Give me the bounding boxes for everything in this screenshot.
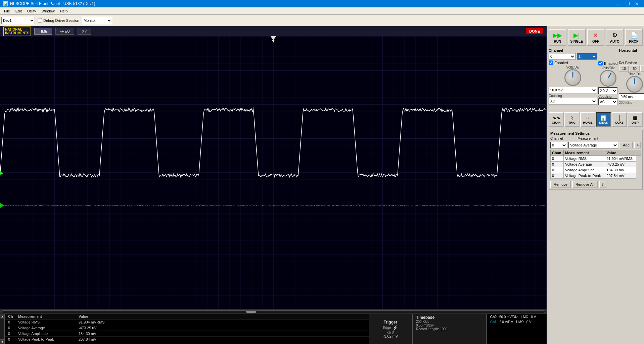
menu-edit[interactable]: Edit: [13, 8, 25, 14]
meas-add-button[interactable]: Add: [619, 142, 633, 148]
col-meas: Measurement: [564, 150, 605, 156]
ch1-voltsdiv-select[interactable]: 2.0 V: [598, 87, 617, 94]
nav-meas[interactable]: 📊 MEAS: [596, 112, 611, 127]
curs-icon: ┼: [618, 115, 621, 121]
maximize-button[interactable]: ❐: [623, 0, 632, 7]
help-button[interactable]: ?: [599, 181, 606, 188]
run-label: RUN: [554, 40, 561, 43]
ch0-voltsdiv-select[interactable]: 50.0 mV: [549, 87, 597, 93]
col-val: Value: [605, 150, 636, 156]
bottom-meas-list: Ch Measurement Value 0 Voltage RMS 91.90…: [5, 314, 369, 344]
ch0-voltsdiv: 50.0 mV/Div: [499, 315, 517, 319]
ref-pos-50[interactable]: 50: [630, 66, 640, 72]
channel-horiz-row: Channel 0 1 Enabled Volts/Div: [549, 48, 643, 105]
ch0-label: Ch0: [490, 315, 497, 319]
prop-button[interactable]: 📄 PROP: [625, 29, 643, 46]
ch1-volts-knob[interactable]: [600, 70, 616, 87]
ref-pos-90[interactable]: 90: [640, 66, 644, 72]
meas-type-select[interactable]: Voltage Average: [568, 142, 618, 148]
ch0-coupling-select[interactable]: AC: [549, 98, 597, 104]
auto-button[interactable]: ⚙ AUTO: [606, 29, 624, 46]
off-icon: ✕: [593, 32, 598, 39]
ch0-enabled-checkbox[interactable]: [549, 60, 553, 65]
time-div-label: Time/Div: [619, 72, 644, 76]
nav-horiz[interactable]: ↔ HORIZ: [580, 112, 595, 127]
menu-help[interactable]: Help: [57, 8, 71, 14]
time-div-knob-container: [619, 76, 644, 93]
done-button[interactable]: DONE: [526, 28, 543, 34]
nav-disp[interactable]: ▦ DISP: [628, 112, 643, 127]
meas-chan-col-label: Channel: [550, 137, 563, 140]
divider1: [549, 108, 643, 108]
debug-checkbox[interactable]: [38, 18, 42, 23]
right-panel: ▶▶ RUN ▶| SINGLE ✕ OFF ⚙ AUTO 📄 PROP: [547, 26, 644, 344]
ch1-enabled-row: Enabled: [598, 61, 617, 66]
meas-nav-label: MEAS: [599, 121, 608, 124]
table-row: 0Voltage Amplitude184.30 mV: [551, 167, 641, 173]
scroll-up-btn[interactable]: ▲: [0, 314, 5, 318]
bottom-row3-meas: Voltage Peak-to-Peak: [18, 337, 79, 341]
ch0-enabled-label: Enabled: [554, 61, 568, 65]
menu-utility[interactable]: Utility: [25, 8, 39, 14]
tab-freq[interactable]: FREQ: [55, 28, 75, 35]
ch1-coupling-select[interactable]: AC: [598, 98, 617, 105]
minimize-button[interactable]: —: [614, 0, 623, 7]
ref-pos-buttons: 10 50 90: [619, 66, 644, 72]
meas-controls-row: 0 Voltage Average Add >: [550, 142, 641, 148]
table-row: 0Voltage Peak-to-Peak207.84 mV: [551, 173, 641, 179]
trigger-title: Trigger: [384, 320, 398, 325]
table-row: 0Voltage Average-473.25 uV: [551, 162, 641, 167]
channel-0-select[interactable]: 0: [549, 53, 576, 60]
trigger-arrow: ▼: [271, 39, 275, 44]
ch0-impedance: 1 MΩ: [520, 315, 528, 319]
nav-chan[interactable]: ∿∿ CHAN: [549, 112, 564, 127]
ch0-volts-knob[interactable]: [564, 69, 581, 86]
tab-xy[interactable]: XY: [78, 28, 91, 35]
mode-select[interactable]: Monitor: [82, 17, 112, 24]
scope-scrollbar[interactable]: [0, 309, 547, 314]
scrollbar-thumb[interactable]: [246, 311, 256, 313]
time-div-knob[interactable]: [626, 76, 643, 93]
trigger-val: -3.02 mV: [383, 334, 398, 338]
channel-1-select[interactable]: 1: [577, 53, 597, 60]
prop-icon: 📄: [630, 32, 638, 39]
close-button[interactable]: ✕: [633, 0, 641, 7]
menu-window[interactable]: Window: [39, 8, 57, 14]
bottom-timebase-box: Timebase 200 kS/s 0.50 ms/Div Record Len…: [412, 314, 486, 344]
off-button[interactable]: ✕ OFF: [587, 29, 605, 46]
remove-button[interactable]: Remove: [550, 181, 571, 188]
ch1-enabled-checkbox[interactable]: [598, 61, 603, 66]
timebase-title: Timebase: [416, 315, 483, 320]
bottom-row1-ch: 0: [8, 326, 18, 330]
timebase-reclen-val: 1000: [440, 327, 447, 331]
debug-label: Debug Driver Session: [43, 18, 79, 23]
device-select[interactable]: Dev1: [1, 17, 35, 24]
remove-row: Remove Remove All ?: [550, 181, 641, 188]
horiz-label: Horizontal: [619, 48, 644, 52]
meas-chan-select[interactable]: 0: [550, 142, 567, 148]
scroll-down-btn[interactable]: ▼: [0, 339, 5, 344]
scrollbar-track[interactable]: [1, 310, 545, 313]
single-label: SINGLE: [570, 40, 583, 43]
meas-add-row: Channel Measurement: [550, 137, 641, 140]
remove-all-button[interactable]: Remove All: [572, 181, 598, 188]
meas-arrow-button[interactable]: >: [634, 142, 641, 148]
ch-status-box: Ch0 50.0 mV/Div 1 MΩ 0 V Ch1 2.0 V/Div 1…: [486, 314, 547, 344]
trigger-left-arrow: ▶: [0, 170, 4, 175]
nav-curs[interactable]: ┼ CURS: [612, 112, 627, 127]
single-button[interactable]: ▶| SINGLE: [568, 29, 586, 46]
run-button[interactable]: ▶▶ RUN: [549, 29, 566, 46]
run-icon: ▶▶: [553, 32, 562, 39]
scope-header: NATIONALINSTRUMENTS TIME FREQ XY DONE: [0, 26, 547, 36]
time-div-select[interactable]: 0.50 ms: [619, 93, 644, 100]
auto-icon: ⚙: [612, 32, 617, 39]
sample-rate-display: 200 kS/s: [619, 101, 644, 104]
nav-trig[interactable]: ⌇ TRIG: [564, 112, 580, 127]
menu-file[interactable]: File: [1, 8, 13, 14]
meas-icon: 📊: [601, 115, 606, 121]
disp-nav-label: DISP: [632, 121, 639, 124]
tab-time[interactable]: TIME: [34, 28, 52, 35]
bottom-trigger-box: Trigger Edge ⚡ ch 0 -3.02 mV: [369, 314, 412, 344]
channel-1-section: Channel Enabled Volts/Div 2.0 V Coupling: [598, 48, 617, 105]
ref-pos-10[interactable]: 10: [619, 66, 629, 72]
